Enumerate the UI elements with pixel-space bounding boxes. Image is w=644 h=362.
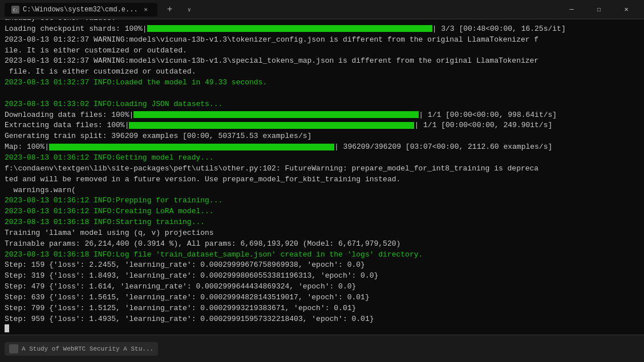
terminal-line: 2023-08-13 01:33:02 INFO:Loading JSON da… <box>5 99 639 110</box>
terminal-line: 2023-08-13 01:32:37 WARNING:models\vicun… <box>5 56 639 67</box>
terminal-line: 2023-08-13 01:36:12 INFO:Getting model r… <box>5 153 639 164</box>
terminal-line: Extracting data files: 100%|| 1/1 [00:00… <box>5 120 639 131</box>
terminal-line: 2023-08-13 01:36:18 INFO:Log file 'train… <box>5 250 639 261</box>
terminal-line: Step: 319 {'loss': 1.8493, 'learning_rat… <box>5 271 639 282</box>
terminal-line: 2023-08-13 01:36:18 INFO:Starting traini… <box>5 217 639 228</box>
minimize-button[interactable]: — <box>558 0 585 19</box>
terminal-line: warnings.warn( <box>5 185 639 196</box>
taskbar-item-label: A Study of WebRTC Security A Stu... <box>22 345 153 352</box>
taskbar: A Study of WebRTC Security A Stu... <box>0 335 644 362</box>
tab-close-button[interactable]: ✕ <box>141 5 151 14</box>
taskbar-icon <box>9 344 18 353</box>
terminal-line: Map: 100%|| 396209/396209 [03:07<00:00, … <box>5 142 639 153</box>
terminal-line: Generating train split: 396209 examples … <box>5 131 639 142</box>
title-bar-left: C: C:\Windows\system32\cmd.e... ✕ + ∨ <box>5 2 558 18</box>
terminal-output[interactable]: anually set other values.Loading checkpo… <box>0 19 644 335</box>
title-bar: C: C:\Windows\system32\cmd.e... ✕ + ∨ — … <box>0 0 644 19</box>
terminal-line: Step: 799 {'loss': 1.5125, 'learning_rat… <box>5 303 639 314</box>
cursor-line <box>5 324 639 332</box>
taskbar-item[interactable]: A Study of WebRTC Security A Stu... <box>5 342 158 356</box>
window-controls: — ☐ ✕ <box>558 0 639 19</box>
terminal-line: 2023-08-13 01:36:12 INFO:Prepping for tr… <box>5 196 639 206</box>
tab-title: C:\Windows\system32\cmd.e... <box>23 6 138 14</box>
terminal-line: Step: 479 {'loss': 1.614, 'learning_rate… <box>5 282 639 292</box>
terminal-line: Step: 639 {'loss': 1.5615, 'learning_rat… <box>5 292 639 303</box>
cmd-icon: C: <box>11 6 19 14</box>
terminal-line: ted and will be removed in a future vers… <box>5 174 639 185</box>
terminal-line: Step: 959 {'loss': 1.4935, 'learning_rat… <box>5 314 639 325</box>
terminal-line <box>5 88 639 99</box>
terminal-line: Training 'llama' model using (q, v) proj… <box>5 228 639 239</box>
svg-text:C:: C: <box>13 8 18 13</box>
terminal-line: Downloading data files: 100%|| 1/1 [00:0… <box>5 110 639 121</box>
terminal-line: file. It is either customized or outdate… <box>5 67 639 78</box>
close-button[interactable]: ✕ <box>613 0 639 19</box>
terminal-window: C: C:\Windows\system32\cmd.e... ✕ + ∨ — … <box>0 0 644 362</box>
terminal-line: Step: 159 {'loss': 2.2455, 'learning_rat… <box>5 260 639 271</box>
terminal-line: Trainable params: 26,214,400 (0.3914 %),… <box>5 239 639 250</box>
active-tab[interactable]: C: C:\Windows\system32\cmd.e... ✕ <box>5 3 157 17</box>
terminal-line: ile. It is either customized or outdated… <box>5 46 639 56</box>
terminal-line: Loading checkpoint shards: 100%|| 3/3 [0… <box>5 24 639 35</box>
tab-dropdown-button[interactable]: ∨ <box>183 3 196 17</box>
terminal-line: 2023-08-13 01:36:12 INFO:Creating LoRA m… <box>5 206 639 217</box>
terminal-cursor <box>5 324 9 332</box>
terminal-line: 2023-08-13 01:32:37 WARNING:models\vicun… <box>5 35 639 46</box>
terminal-line: 2023-08-13 01:32:37 INFO:Loaded the mode… <box>5 78 639 88</box>
terminal-line: anually set other values. <box>5 19 639 24</box>
add-tab-button[interactable]: + <box>162 2 178 18</box>
maximize-button[interactable]: ☐ <box>586 0 612 19</box>
terminal-line: f:\condaenv\textgen\lib\site-packages\pe… <box>5 164 639 174</box>
